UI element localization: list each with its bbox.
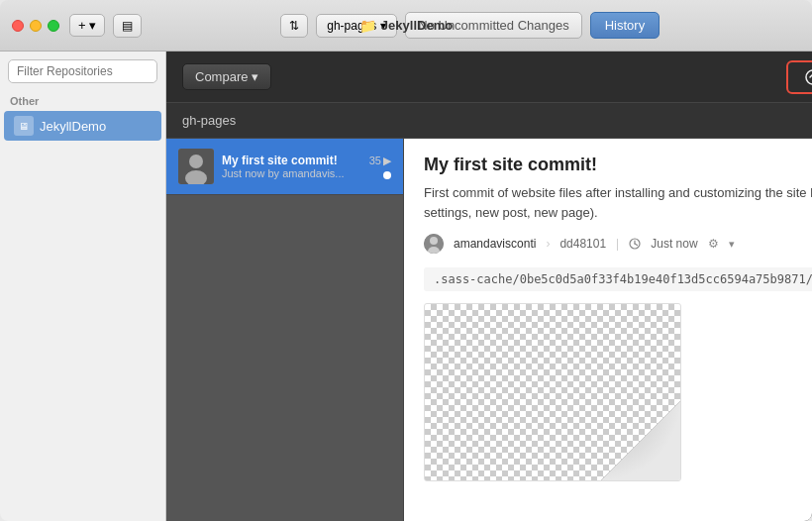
svg-point-3 <box>189 155 203 168</box>
detail-description: First commit of website files after inst… <box>424 183 812 222</box>
content-topbar: Compare ▾ Publish <box>166 52 812 103</box>
detail-meta: amandavisconti › dd48101 | Just now ⚙ ▾ <box>424 234 812 254</box>
commit-avatar <box>178 149 214 184</box>
compare-button[interactable]: Compare ▾ <box>182 63 271 90</box>
chevron-down-icon: ▾ <box>729 238 735 251</box>
branch-icon-button[interactable]: ⇅ <box>280 14 308 38</box>
traffic-lights <box>12 20 59 32</box>
clock-icon <box>629 238 641 250</box>
file-preview <box>424 303 681 481</box>
commit-info: My first site commit! Just now by amanda… <box>222 154 361 179</box>
sidebar-toggle-button[interactable]: ▤ <box>113 14 142 38</box>
commit-list: My first site commit! Just now by amanda… <box>166 139 404 521</box>
titlebar: + ▾ ▤ 📁 JekyllDemo ⇅ gh-pages ▾ No Uncom… <box>0 0 812 52</box>
publish-icon <box>804 68 812 86</box>
publish-button[interactable]: Publish <box>786 60 812 94</box>
sidebar: Other 🖥 JekyllDemo <box>0 52 166 521</box>
commit-meta: 35 ▶ <box>369 155 391 179</box>
repo-icon: 🖥 <box>14 116 34 136</box>
maximize-button[interactable] <box>48 20 59 32</box>
sidebar-section-other: Other <box>0 91 165 111</box>
window-title: 📁 JekyllDemo <box>359 18 453 34</box>
history-button[interactable]: History <box>590 12 660 39</box>
svg-line-10 <box>635 244 638 246</box>
minimize-button[interactable] <box>30 20 42 32</box>
svg-point-6 <box>430 237 438 245</box>
main-layout: Other 🖥 JekyllDemo Compare ▾ Publish <box>0 52 812 521</box>
commit-detail: My first site commit! First commit of we… <box>404 139 812 521</box>
toolbar-controls: ⇅ gh-pages ▾ No Uncommitted Changes Hist… <box>280 12 660 39</box>
detail-title: My first site commit! <box>424 155 812 175</box>
detail-hash: dd48101 <box>559 237 606 251</box>
commit-list-item[interactable]: My first site commit! Just now by amanda… <box>166 139 403 195</box>
svg-point-0 <box>806 70 812 84</box>
monitor-icon: 🖥 <box>19 121 29 132</box>
sidebar-toggle-icon: ▤ <box>122 19 133 33</box>
detail-username: amandavisconti <box>454 237 536 251</box>
content-area: Compare ▾ Publish gh-pages — <box>166 52 812 521</box>
branch-arrows-icon: ⇅ <box>289 19 299 33</box>
branch-bar: gh-pages — <box>166 103 812 139</box>
filter-repositories-input[interactable] <box>8 59 157 83</box>
folder-icon: 📁 <box>359 18 376 34</box>
add-button[interactable]: + ▾ <box>69 14 105 37</box>
arrow-icon: ▶ <box>383 155 391 167</box>
close-button[interactable] <box>12 20 24 32</box>
detail-avatar <box>424 234 444 254</box>
file-path: .sass-cache/0be5c0d5a0f33f4b19e40f13d5cc… <box>424 267 812 291</box>
detail-time: Just now <box>651 237 697 251</box>
commits-area: My first site commit! Just now by amanda… <box>166 139 812 521</box>
gear-icon[interactable]: ⚙ <box>708 237 719 251</box>
commit-dot <box>383 171 391 179</box>
sidebar-item-jekylldemo[interactable]: 🖥 JekyllDemo <box>4 111 161 141</box>
page-curl-icon <box>601 401 680 480</box>
